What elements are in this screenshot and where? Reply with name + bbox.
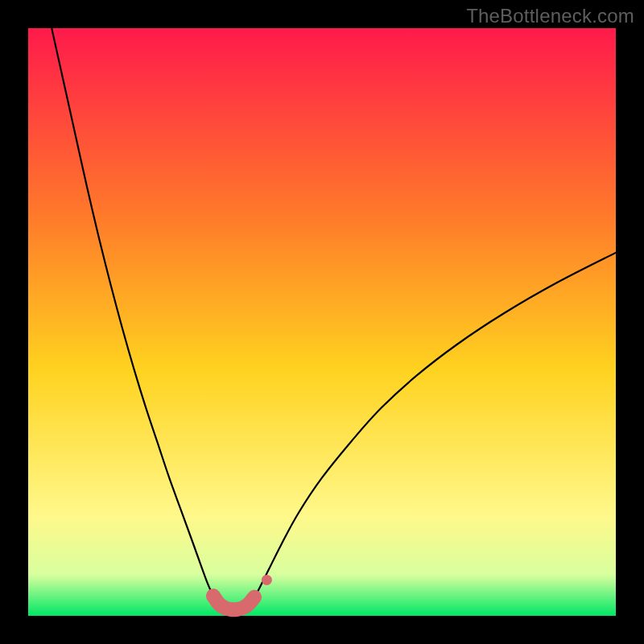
trough-highlight xyxy=(213,596,254,609)
bottleneck-curve xyxy=(249,253,616,605)
trough-outlier-dot xyxy=(262,575,272,585)
chart-frame: TheBottleneck.com xyxy=(0,0,644,644)
watermark-text: TheBottleneck.com xyxy=(466,5,634,27)
plot-area xyxy=(28,28,616,616)
curve-layer xyxy=(28,28,616,616)
bottleneck-curve xyxy=(52,28,219,604)
